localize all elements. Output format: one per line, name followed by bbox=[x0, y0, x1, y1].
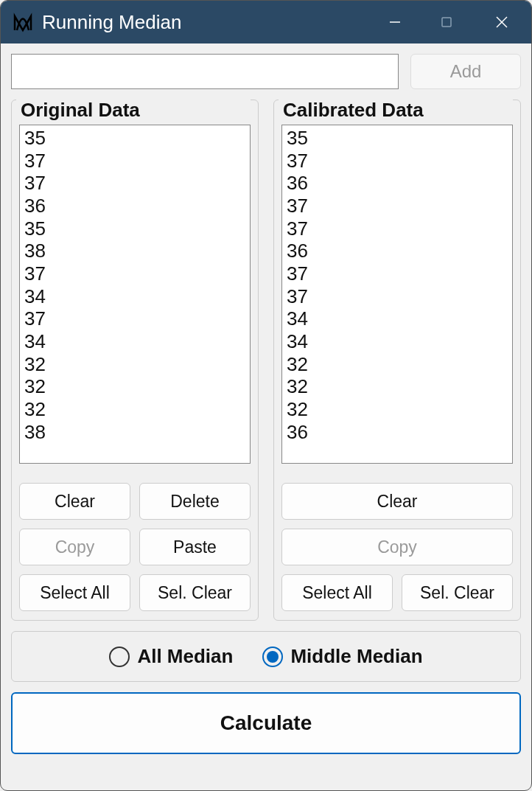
radio-all-label: All Median bbox=[137, 645, 233, 668]
list-item[interactable]: 37 bbox=[285, 262, 509, 285]
calibrated-selectall-button[interactable]: Select All bbox=[281, 574, 393, 611]
list-item[interactable]: 32 bbox=[23, 398, 247, 421]
calibrated-title: Calibrated Data bbox=[279, 99, 513, 122]
close-button[interactable] bbox=[472, 1, 531, 43]
original-panel: Original Data 35373736353837343734323232… bbox=[11, 100, 259, 621]
list-item[interactable]: 38 bbox=[23, 421, 247, 444]
list-item[interactable]: 32 bbox=[23, 353, 247, 376]
radio-middle-median[interactable]: Middle Median bbox=[262, 645, 422, 668]
list-item[interactable]: 34 bbox=[23, 285, 247, 308]
add-input[interactable] bbox=[11, 54, 399, 89]
radio-all-median[interactable]: All Median bbox=[109, 645, 233, 668]
calibrated-button-grid: Clear Copy Select All Sel. Clear bbox=[281, 483, 513, 611]
list-item[interactable]: 36 bbox=[285, 172, 509, 195]
list-item[interactable]: 37 bbox=[285, 195, 509, 217]
calibrated-clear-button[interactable]: Clear bbox=[281, 483, 513, 520]
titlebar: Running Median bbox=[1, 1, 531, 43]
list-item[interactable]: 36 bbox=[285, 421, 509, 444]
original-paste-button[interactable]: Paste bbox=[139, 529, 251, 565]
original-title: Original Data bbox=[16, 99, 251, 122]
original-listbox[interactable]: 3537373635383734373432323238 bbox=[19, 125, 251, 464]
maximize-button[interactable] bbox=[421, 1, 472, 43]
content-area: Add Original Data 3537373635383734373432… bbox=[1, 43, 531, 790]
window-title: Running Median bbox=[42, 11, 369, 34]
list-item[interactable]: 37 bbox=[23, 150, 247, 173]
original-copy-button[interactable]: Copy bbox=[19, 529, 130, 565]
list-item[interactable]: 35 bbox=[285, 127, 509, 150]
list-item[interactable]: 35 bbox=[23, 127, 247, 150]
radio-icon bbox=[262, 647, 283, 667]
radio-icon bbox=[109, 647, 130, 667]
list-item[interactable]: 37 bbox=[23, 172, 247, 195]
list-item[interactable]: 32 bbox=[285, 375, 509, 398]
list-item[interactable]: 36 bbox=[285, 240, 509, 262]
list-item[interactable]: 37 bbox=[285, 217, 509, 240]
calibrated-copy-button[interactable]: Copy bbox=[281, 529, 513, 565]
original-selectall-button[interactable]: Select All bbox=[19, 574, 130, 611]
app-icon bbox=[11, 10, 35, 34]
list-item[interactable]: 34 bbox=[285, 330, 509, 353]
list-item[interactable]: 37 bbox=[23, 307, 247, 330]
list-item[interactable]: 35 bbox=[23, 217, 247, 240]
list-item[interactable]: 37 bbox=[285, 285, 509, 308]
list-item[interactable]: 34 bbox=[23, 330, 247, 353]
add-button[interactable]: Add bbox=[410, 54, 521, 89]
calibrated-selclear-button[interactable]: Sel. Clear bbox=[402, 574, 513, 611]
list-item[interactable]: 34 bbox=[285, 307, 509, 330]
list-item[interactable]: 32 bbox=[285, 398, 509, 421]
median-mode-group: All Median Middle Median bbox=[11, 631, 521, 682]
list-item[interactable]: 32 bbox=[23, 375, 247, 398]
minimize-button[interactable] bbox=[369, 1, 421, 43]
original-selclear-button[interactable]: Sel. Clear bbox=[139, 574, 251, 611]
original-clear-button[interactable]: Clear bbox=[19, 483, 130, 520]
calibrated-panel: Calibrated Data 353736373736373734343232… bbox=[273, 100, 521, 621]
add-row: Add bbox=[11, 54, 521, 89]
radio-middle-label: Middle Median bbox=[290, 645, 422, 668]
list-item[interactable]: 38 bbox=[23, 240, 247, 262]
calibrated-listbox[interactable]: 3537363737363737343432323236 bbox=[281, 125, 513, 464]
list-item[interactable]: 36 bbox=[23, 195, 247, 217]
original-delete-button[interactable]: Delete bbox=[139, 483, 251, 520]
calculate-button[interactable]: Calculate bbox=[11, 692, 521, 754]
list-item[interactable]: 37 bbox=[23, 262, 247, 285]
list-item[interactable]: 32 bbox=[285, 353, 509, 376]
svg-rect-1 bbox=[442, 18, 451, 27]
app-window: Running Median Add Original Data bbox=[0, 0, 532, 791]
original-button-grid: Clear Delete Copy Paste Select All Sel. … bbox=[19, 483, 251, 611]
list-item[interactable]: 37 bbox=[285, 150, 509, 173]
window-controls bbox=[369, 1, 531, 43]
panels-row: Original Data 35373736353837343734323232… bbox=[11, 100, 521, 621]
